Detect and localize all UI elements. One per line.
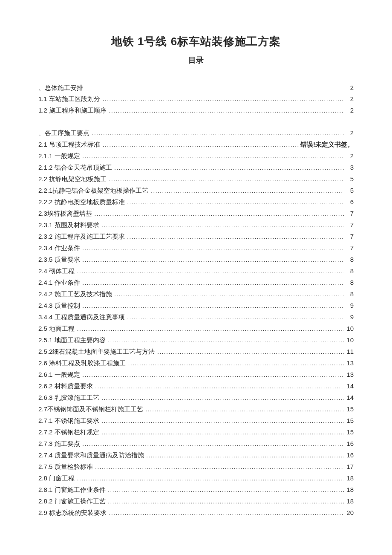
toc-entry: 、总体施工安排2 (38, 82, 354, 93)
toc-leader-dots (75, 473, 344, 484)
toc-entry-label: 2.8 门窗工程 (38, 473, 75, 484)
toc-entry-label: 2.1 吊顶工程技术标准 (38, 139, 100, 150)
toc-entry: 2.2.2 抗静电架空地板质量标准6 (38, 197, 354, 208)
toc-entry: 3.4.4 工程质量通病及注意事项9 (38, 312, 354, 323)
toc-entry: 2.2.1抗静电铝合金板架空地板操作工艺5 (38, 185, 354, 197)
toc-entry-page: 6 (344, 197, 354, 208)
toc-entry: 2.1 吊顶工程技术标准错误!未定义书签。 (38, 139, 354, 150)
toc-entry-page: 10 (344, 335, 354, 346)
toc-entry-page: 8 (344, 277, 354, 288)
toc-leader-dots (112, 289, 344, 300)
toc-entry: 2.7.5 质量检验标准17 (38, 461, 354, 473)
toc-entry-label: 2.2.1抗静电铝合金板架空地板操作工艺 (38, 185, 148, 196)
toc-entry-label: 2.2 抗静电架空地板施工 (38, 173, 107, 185)
toc-entry-page: 8 (344, 254, 354, 265)
toc-entry-page: 14 (344, 381, 354, 392)
toc-entry: 2.7不锈钢饰面及不锈钢栏杆施工工艺15 (38, 404, 354, 415)
toc-entry-label: 2.7.2 不锈钢栏杆规定 (38, 427, 99, 438)
toc-leader-dots (107, 105, 344, 116)
toc-entry-label: 2.2.2 抗静电架空地板质量标准 (38, 197, 125, 208)
toc-entry-page: 2 (344, 127, 354, 139)
toc-entry: 2.5 地面工程10 (38, 323, 354, 335)
toc-leader-dots (99, 427, 344, 438)
toc-entry-page: 17 (344, 461, 354, 472)
toc-entry-label: 2.6 涂料工程及乳胶漆工程施工 (38, 358, 126, 369)
toc-entry-page: 18 (344, 473, 354, 484)
toc-leader-dots (148, 185, 344, 197)
toc-entry-page: 15 (344, 427, 354, 438)
toc-leader-dots (100, 139, 300, 150)
toc-entry-page: 11 (344, 346, 354, 357)
toc-entry: 2.9 标志系统的安装要求20 (38, 507, 354, 519)
toc-leader-dots (100, 93, 344, 105)
toc-entry: 2.4.3 质量控制9 (38, 300, 354, 312)
toc-leader-dots (93, 461, 344, 473)
toc-entry-page: 9 (344, 312, 354, 323)
toc-entry-label: 2.4.3 质量控制 (38, 300, 80, 311)
toc-entry-page: 7 (344, 243, 354, 254)
toc-entry-page: 7 (344, 220, 354, 231)
toc-spacer (38, 116, 354, 127)
toc-leader-dots (89, 127, 344, 139)
toc-entry-label: 2.4.2 施工工艺及技术措施 (38, 289, 112, 300)
toc-leader-dots (126, 358, 344, 369)
toc-entry-page: 2 (344, 93, 354, 104)
toc-entry: 2.6 涂料工程及乳胶漆工程施工13 (38, 358, 354, 369)
toc-entry: 2.8 门窗工程18 (38, 473, 354, 484)
toc-entry-label: 、各工序施工要点 (38, 127, 89, 139)
toc-entry-page: 5 (344, 173, 354, 185)
toc-entry-label: 2.5.1 地面工程主要内容 (38, 335, 106, 346)
toc-leader-dots (107, 507, 344, 519)
toc-leader-dots (80, 150, 344, 162)
toc-entry-page: 18 (344, 496, 354, 507)
toc-entry-page: 20 (344, 507, 354, 518)
toc-entry-page: 7 (344, 231, 354, 242)
toc-leader-dots (75, 323, 344, 335)
toc-entry: 2.4 砌体工程8 (38, 266, 354, 277)
toc-entry-label: 2.4.1 作业条件 (38, 277, 80, 288)
toc-entry: 2.6.1 一般规定13 (38, 369, 354, 381)
toc-leader-dots (80, 254, 344, 266)
toc-entry-page: 8 (344, 266, 354, 277)
toc-entry: 2.1.1 一般规定2 (38, 150, 354, 162)
toc-leader-dots (106, 484, 344, 496)
toc-entry: 2.6.2 材料质量要求14 (38, 381, 354, 392)
toc-entry-label: 2.5 地面工程 (38, 323, 75, 334)
toc-leader-dots (107, 173, 344, 185)
toc-entry-label: 2.5.2细石混凝土地面主要施工工艺与方法 (38, 346, 155, 357)
toc-entry-label: 、总体施工安排 (38, 82, 83, 93)
toc-leader-dots (93, 381, 344, 392)
toc-leader-dots (80, 243, 344, 254)
toc-entry-page: 16 (344, 438, 354, 449)
toc-entry: 2.3.2 施工程序及施工工艺要求7 (38, 231, 354, 243)
toc-entry-label: 2.7.3 施工要点 (38, 438, 80, 449)
toc-leader-dots (125, 197, 344, 208)
toc-entry-page: 5 (344, 185, 354, 196)
toc-entry: 2.7.1 不锈钢施工要求15 (38, 415, 354, 427)
toc-entry-label: 2.7.5 质量检验标准 (38, 461, 93, 472)
toc-entry-page: 18 (344, 484, 354, 495)
toc-entry-page: 8 (344, 289, 354, 300)
toc-leader-dots (125, 231, 344, 243)
toc-leader-dots (80, 300, 344, 312)
toc-entry: 2.2 抗静电架空地板施工5 (38, 173, 354, 185)
toc-entry-label: 2.3.2 施工程序及施工工艺要求 (38, 231, 125, 242)
toc-leader-dots (80, 369, 344, 381)
table-of-contents: 、总体施工安排21.1 车站施工区段划分21.2 施工程序和施工顺序2、各工序施… (38, 82, 354, 519)
toc-heading: 目录 (38, 55, 354, 65)
toc-entry-label: 2.6.1 一般规定 (38, 369, 80, 380)
toc-entry: 2.8.2 门窗施工操作工艺18 (38, 496, 354, 507)
toc-entry-page: 16 (344, 450, 354, 461)
toc-entry-page: 错误!未定义书签。 (300, 139, 354, 150)
toc-entry: 2.6.3 乳胶漆施工工艺14 (38, 392, 354, 404)
toc-entry: 2.5.2细石混凝土地面主要施工工艺与方法11 (38, 346, 354, 358)
toc-entry: 2.4.1 作业条件8 (38, 277, 354, 289)
toc-entry: 1.2 施工程序和施工顺序2 (38, 105, 354, 116)
toc-entry-page: 15 (344, 404, 354, 415)
toc-leader-dots (106, 335, 344, 346)
toc-entry-page: 2 (344, 105, 354, 116)
toc-entry-label: 2.9 标志系统的安装要求 (38, 507, 107, 518)
toc-leader-dots (80, 277, 344, 289)
toc-entry: 2.4.2 施工工艺及技术措施8 (38, 289, 354, 300)
toc-entry-label: 1.2 施工程序和施工顺序 (38, 105, 107, 116)
